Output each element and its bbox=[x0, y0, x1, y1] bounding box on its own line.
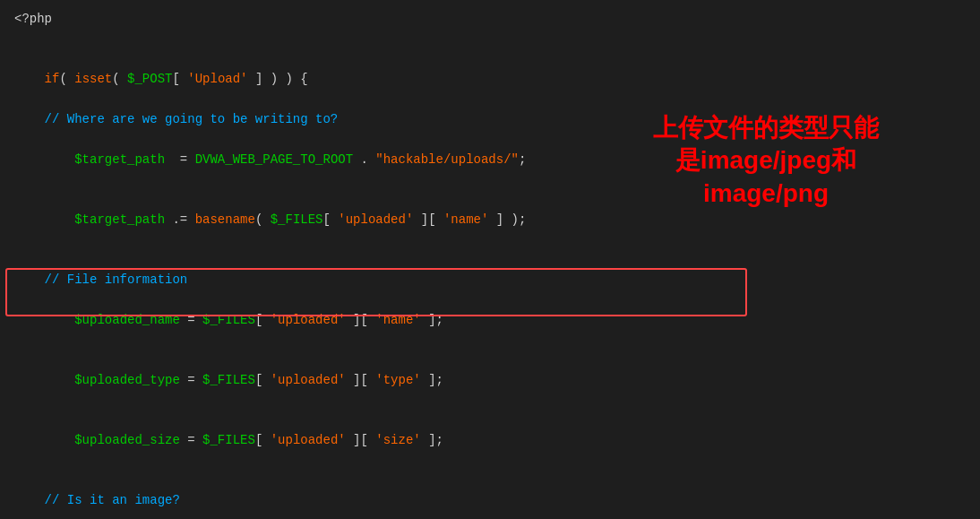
annotation-text: 上传文件的类型只能是image/jpeg和image/png bbox=[569, 112, 963, 210]
line-uploaded-type: $uploaded_type = $_FILES[ 'uploaded' ][ … bbox=[14, 350, 966, 411]
line-php-open: <?php bbox=[14, 9, 966, 29]
line-isset: if( isset( $_POST[ 'Upload' ] ) ) { bbox=[14, 49, 966, 109]
line-comment-file: // File information bbox=[14, 270, 966, 290]
line-uploaded-name: $uploaded_name = $_FILES[ 'uploaded' ][ … bbox=[14, 290, 966, 350]
line-blank2 bbox=[14, 250, 966, 270]
line-blank3 bbox=[14, 471, 966, 490]
line-if-type1: if( ( $uploaded_type == "image/jpeg" || … bbox=[14, 511, 966, 519]
line-blank1 bbox=[14, 29, 966, 48]
line-uploaded-size: $uploaded_size = $_FILES[ 'uploaded' ][ … bbox=[14, 411, 966, 471]
code-container: <?php if( isset( $_POST[ 'Upload' ] ) ) … bbox=[0, 0, 980, 519]
line-comment-image: // Is it an image? bbox=[14, 490, 966, 510]
